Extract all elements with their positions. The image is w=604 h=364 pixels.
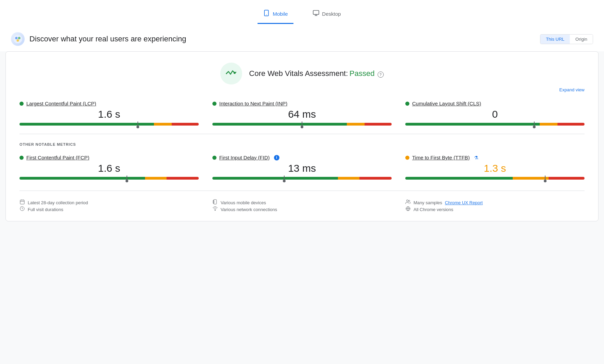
metric-name-link[interactable]: First Input Delay (FID)	[219, 155, 270, 160]
core-metrics-grid: Largest Contentful Paint (LCP)1.6 sInter…	[19, 101, 585, 126]
footer-item: Various network connections	[212, 206, 392, 213]
svg-rect-2	[313, 11, 319, 15]
svg-rect-17	[214, 199, 216, 204]
svg-point-20	[215, 210, 215, 211]
footer-link[interactable]: Chrome UX Report	[445, 200, 483, 205]
header: Discover what your real users are experi…	[0, 24, 604, 51]
progress-bar	[212, 123, 392, 126]
svg-point-6	[15, 37, 17, 39]
progress-bar	[19, 123, 199, 126]
svg-rect-11	[20, 200, 24, 204]
metric-name-link[interactable]: First Contentful Paint (FCP)	[26, 155, 89, 160]
mobile-icon	[263, 10, 270, 18]
tab-desktop-label: Desktop	[322, 11, 341, 17]
metric-status-dot	[19, 156, 24, 160]
footer-text: Various network connections	[221, 207, 277, 212]
metric-value: 64 ms	[212, 108, 392, 120]
progress-marker	[302, 121, 302, 127]
flask-icon: ⚗	[474, 155, 478, 160]
progress-marker	[534, 121, 535, 127]
metric-item: First Contentful Paint (FCP)1.6 s	[19, 155, 199, 180]
page-title: Discover what your real users are experi…	[29, 35, 186, 43]
tab-desktop[interactable]: Desktop	[307, 6, 346, 24]
footer-icon	[405, 206, 411, 213]
metric-value: 0	[405, 108, 585, 120]
progress-marker	[284, 176, 285, 181]
footer-text: Latest 28-day collection period	[28, 200, 88, 205]
this-url-button[interactable]: This URL	[540, 35, 570, 44]
cwv-header: Core Web Vitals Assessment: Passed ?	[19, 63, 585, 84]
footer-icon	[19, 199, 25, 206]
metric-item: Cumulative Layout Shift (CLS)0	[405, 101, 585, 126]
metric-label: First Input Delay (FID)i	[212, 155, 392, 160]
metric-item: First Input Delay (FID)i13 ms	[212, 155, 392, 180]
tab-bar: Mobile Desktop	[0, 0, 604, 24]
metric-label: Time to First Byte (TTFB)⚗	[405, 155, 585, 160]
cwv-help-icon[interactable]: ?	[378, 72, 384, 78]
progress-bar	[405, 177, 585, 180]
metric-item: Largest Contentful Paint (LCP)1.6 s	[19, 101, 199, 126]
svg-point-7	[18, 37, 21, 39]
metric-status-dot	[212, 102, 216, 106]
url-origin-toggle: This URL Origin	[540, 34, 593, 44]
footer-col-0: Latest 28-day collection periodFull visi…	[19, 199, 199, 213]
metric-value: 1.3 s	[405, 162, 585, 174]
footer-icon	[19, 206, 25, 213]
svg-rect-18	[213, 200, 214, 203]
main-card: Core Web Vitals Assessment: Passed ? Exp…	[5, 51, 599, 221]
progress-marker	[137, 121, 138, 127]
footer-col-1: Various mobile devicesVarious network co…	[212, 199, 392, 213]
svg-rect-0	[265, 10, 269, 16]
footer-item: Many samples Chrome UX Report	[405, 199, 585, 206]
metric-label: Cumulative Layout Shift (CLS)	[405, 101, 585, 106]
metric-name-link[interactable]: Interaction to Next Paint (INP)	[219, 101, 287, 106]
metric-value: 13 ms	[212, 162, 392, 174]
footer-icon	[405, 199, 411, 206]
other-metrics-label: OTHER NOTABLE METRICS	[19, 142, 585, 146]
progress-marker	[127, 176, 127, 181]
metric-label: First Contentful Paint (FCP)	[19, 155, 199, 160]
progress-marker	[545, 176, 546, 181]
tab-mobile-label: Mobile	[273, 11, 288, 17]
desktop-icon	[313, 10, 319, 18]
metric-status-dot	[19, 102, 24, 106]
metric-label: Interaction to Next Paint (INP)	[212, 101, 392, 106]
footer-item: Full visit durations	[19, 206, 199, 213]
footer-item: Latest 28-day collection period	[19, 199, 199, 206]
origin-button[interactable]: Origin	[570, 35, 593, 44]
metric-name-link[interactable]: Cumulative Layout Shift (CLS)	[412, 101, 481, 106]
other-metrics-grid: First Contentful Paint (FCP)1.6 sFirst I…	[19, 155, 585, 180]
footer-icon	[212, 206, 218, 213]
avatar	[11, 32, 25, 46]
footer-info: Latest 28-day collection periodFull visi…	[19, 191, 585, 213]
footer-text: Various mobile devices	[221, 200, 266, 205]
metric-value: 1.6 s	[19, 162, 199, 174]
svg-point-10	[226, 73, 227, 74]
expand-view-button[interactable]: Expand view	[19, 87, 585, 92]
metric-label: Largest Contentful Paint (LCP)	[19, 101, 199, 106]
progress-bar	[19, 177, 199, 180]
footer-item: All Chrome versions	[405, 206, 585, 213]
metric-status-dot	[212, 156, 216, 160]
metric-name-link[interactable]: Time to First Byte (TTFB)	[412, 155, 470, 160]
cwv-title: Core Web Vitals Assessment: Passed ?	[249, 69, 383, 78]
metric-item: Interaction to Next Paint (INP)64 ms	[212, 101, 392, 126]
footer-icon	[212, 199, 218, 206]
cwv-icon	[220, 63, 242, 84]
svg-point-21	[406, 200, 408, 202]
info-icon[interactable]: i	[274, 155, 279, 160]
footer-item: Various mobile devices	[212, 199, 392, 206]
svg-point-5	[13, 35, 22, 43]
tab-mobile[interactable]: Mobile	[258, 6, 293, 24]
section-divider	[19, 134, 585, 134]
header-left: Discover what your real users are experi…	[11, 32, 186, 46]
metric-status-dot	[405, 156, 409, 160]
footer-col-2: Many samples Chrome UX ReportAll Chrome …	[405, 199, 585, 213]
footer-text: All Chrome versions	[413, 207, 453, 212]
svg-point-22	[408, 200, 410, 202]
metric-item: Time to First Byte (TTFB)⚗1.3 s	[405, 155, 585, 180]
footer-text: Full visit durations	[28, 207, 63, 212]
progress-bar	[212, 177, 392, 180]
metric-name-link[interactable]: Largest Contentful Paint (LCP)	[26, 101, 96, 106]
metric-value: 1.6 s	[19, 108, 199, 120]
